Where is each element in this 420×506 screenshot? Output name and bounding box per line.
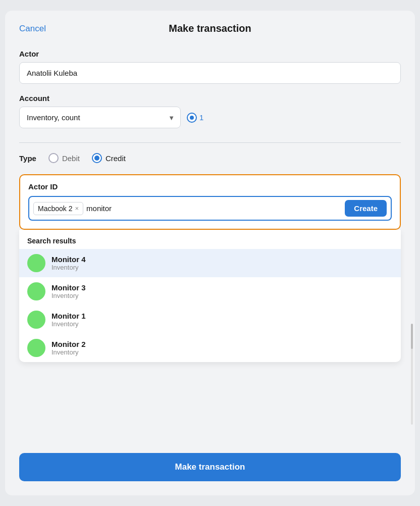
result-info-monitor3: Monitor 3 Inventory	[51, 283, 86, 299]
modal-container: Cancel Make transaction Actor Account In…	[5, 11, 415, 495]
radio-debit[interactable]: Debit	[48, 153, 80, 163]
actor-label: Actor	[19, 49, 401, 58]
cancel-button[interactable]: Cancel	[19, 24, 46, 34]
result-sub-monitor2: Inventory	[51, 348, 86, 356]
bottom-btn-area: Make transaction	[5, 453, 415, 495]
result-name-monitor4: Monitor 4	[51, 255, 86, 264]
actor-id-label: Actor ID	[28, 182, 392, 191]
credit-radio-label: Credit	[106, 154, 126, 163]
badge-dot-icon	[190, 116, 194, 120]
actor-input[interactable]	[19, 62, 401, 84]
result-info-monitor1: Monitor 1 Inventory	[51, 312, 86, 328]
account-badge: 1	[187, 113, 203, 123]
make-transaction-button[interactable]: Make transaction	[19, 453, 401, 481]
result-item-monitor1[interactable]: Monitor 1 Inventory	[19, 306, 401, 334]
account-badge-value: 1	[199, 113, 203, 122]
credit-radio-dot	[94, 156, 99, 161]
result-name-monitor2: Monitor 2	[51, 340, 86, 348]
modal-header: Cancel Make transaction	[5, 11, 415, 44]
divider	[19, 142, 401, 143]
result-sub-monitor3: Inventory	[51, 292, 86, 299]
account-label: Account	[19, 94, 401, 103]
result-sub-monitor4: Inventory	[51, 264, 86, 271]
result-name-monitor3: Monitor 3	[51, 283, 86, 292]
result-sub-monitor1: Inventory	[51, 320, 86, 328]
result-item-monitor4[interactable]: Monitor 4 Inventory	[19, 249, 401, 277]
search-results-dropdown: Search results Monitor 4 Inventory Monit…	[19, 230, 401, 362]
account-section: Account Inventory, count ▼ 1	[19, 94, 401, 128]
type-row: Type Debit Credit	[19, 153, 401, 163]
tag-close-icon[interactable]: ×	[75, 205, 79, 212]
tag-chip-macbook: Macbook 2 ×	[33, 202, 83, 215]
tags-input-row[interactable]: Macbook 2 × Create	[28, 196, 392, 221]
modal-title: Make transaction	[169, 23, 251, 34]
result-avatar-monitor2	[27, 339, 45, 357]
scrollbar-track	[411, 324, 413, 425]
search-results-title: Search results	[19, 230, 401, 249]
modal-body: Actor Account Inventory, count ▼ 1	[5, 44, 415, 453]
result-item-monitor3[interactable]: Monitor 3 Inventory	[19, 277, 401, 306]
result-item-monitor2[interactable]: Monitor 2 Inventory	[19, 334, 401, 362]
type-label: Type	[19, 154, 36, 163]
radio-credit[interactable]: Credit	[92, 153, 126, 163]
result-info-monitor2: Monitor 2 Inventory	[51, 340, 86, 356]
result-avatar-monitor1	[27, 311, 45, 329]
result-avatar-monitor4	[27, 254, 45, 272]
badge-circle-icon	[187, 113, 197, 123]
actor-id-section: Actor ID Macbook 2 × Create	[19, 174, 401, 230]
result-info-monitor4: Monitor 4 Inventory	[51, 255, 86, 271]
result-avatar-monitor3	[27, 282, 45, 300]
result-name-monitor1: Monitor 1	[51, 312, 86, 320]
actor-id-search-input[interactable]	[86, 204, 342, 213]
debit-radio-label: Debit	[62, 154, 80, 163]
actor-section: Actor	[19, 49, 401, 84]
tag-chip-label: Macbook 2	[38, 205, 72, 213]
account-select[interactable]: Inventory, count	[19, 107, 181, 128]
debit-radio-btn	[48, 153, 59, 163]
account-row: Inventory, count ▼ 1	[19, 107, 401, 128]
create-button[interactable]: Create	[345, 200, 387, 217]
scrollbar-thumb[interactable]	[411, 324, 413, 349]
credit-radio-btn	[92, 153, 102, 163]
account-select-wrapper: Inventory, count ▼	[19, 107, 181, 128]
